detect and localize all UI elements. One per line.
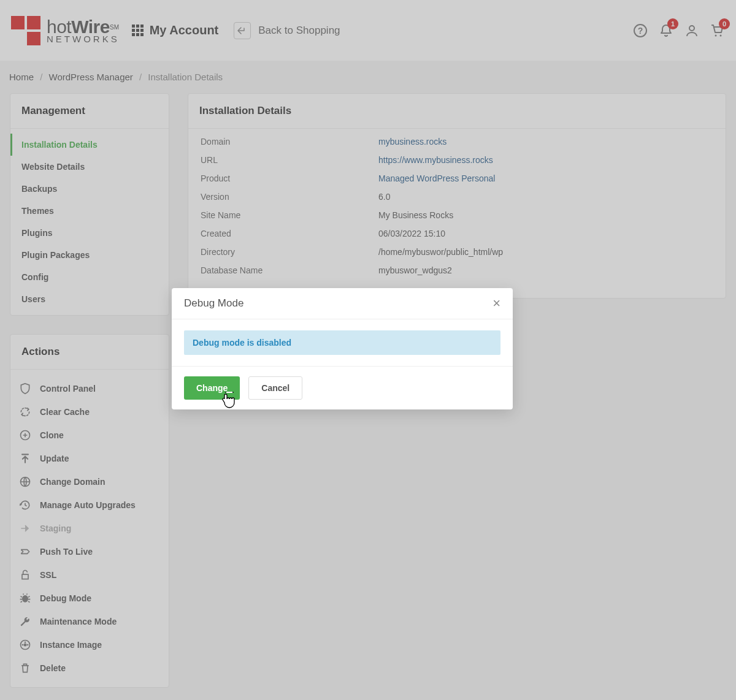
modal-title: Debug Mode: [184, 297, 243, 310]
status-message: Debug mode is disabled: [184, 330, 500, 355]
cancel-button[interactable]: Cancel: [248, 376, 302, 400]
debug-mode-modal: Debug Mode × Debug mode is disabled Chan…: [172, 288, 513, 409]
close-icon[interactable]: ×: [493, 297, 500, 310]
change-button[interactable]: Change: [184, 376, 240, 400]
